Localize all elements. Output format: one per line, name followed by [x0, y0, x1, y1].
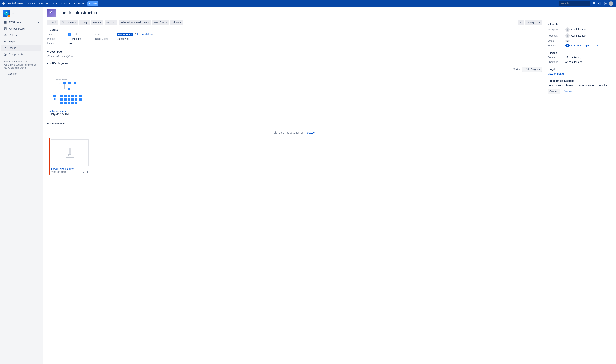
more-button[interactable]: More	[91, 20, 103, 25]
add-link-button[interactable]: Add link	[1, 71, 41, 77]
svg-point-65	[541, 124, 542, 124]
attachment-card[interactable]: network-diagram.gliffy 46 minutes ago 94…	[49, 138, 90, 175]
svg-point-45	[54, 98, 56, 100]
svg-rect-29	[528, 23, 529, 23]
svg-rect-35	[74, 82, 76, 84]
backlog-button[interactable]: Backlog	[105, 20, 117, 25]
sidebar-item-issues[interactable]: Issues	[1, 45, 41, 51]
nav-projects[interactable]: Projects	[45, 1, 59, 6]
search-input[interactable]	[561, 2, 592, 5]
help-icon[interactable]: ?	[597, 1, 602, 6]
svg-rect-58	[60, 102, 63, 104]
plus-icon	[4, 72, 6, 75]
selected-button[interactable]: Selected for Development	[119, 20, 151, 25]
sort-button[interactable]: Sort	[513, 68, 520, 71]
chevron-down-icon	[56, 2, 57, 5]
dates-toggle[interactable]: Dates	[547, 51, 612, 54]
edit-button[interactable]: Edit	[47, 20, 58, 25]
svg-point-26	[521, 23, 522, 23]
workflow-button[interactable]: Workflow	[152, 20, 168, 25]
svg-text:Network Diagram: Network Diagram	[56, 79, 67, 80]
svg-rect-12	[5, 28, 6, 29]
feedback-icon[interactable]	[591, 1, 597, 6]
svg-rect-62	[75, 102, 77, 104]
diagram-card[interactable]: Network Diagram	[47, 74, 90, 118]
admin-button[interactable]: Admin	[170, 20, 183, 25]
svg-rect-52	[60, 98, 63, 101]
project-name: test	[11, 12, 15, 15]
sidebar-item-components[interactable]: Components	[1, 51, 41, 57]
watchers-count: 1	[565, 44, 570, 47]
comment-icon	[61, 21, 64, 24]
create-button[interactable]: Create	[87, 1, 98, 6]
reporter-value: Administrator	[571, 34, 586, 37]
assignee-value: Administrator	[571, 28, 586, 31]
svg-point-18	[4, 53, 6, 56]
search-box[interactable]	[559, 1, 590, 6]
attachment-thumb	[51, 139, 89, 166]
settings-icon[interactable]	[602, 1, 608, 6]
attachments-toggle[interactable]: Attachments	[47, 122, 542, 125]
svg-point-17	[5, 54, 6, 55]
share-button[interactable]	[518, 20, 524, 25]
attachments-more-icon[interactable]	[539, 122, 542, 125]
view-workflow-link[interactable]: View Workflow	[136, 33, 152, 36]
issue-title: Update infrastructure	[58, 10, 98, 15]
agile-toggle[interactable]: Agile	[547, 68, 612, 71]
sidebar-item-board[interactable]: TEST board	[1, 19, 41, 25]
description-placeholder[interactable]: Click to add description	[47, 55, 542, 58]
svg-rect-56	[75, 98, 77, 101]
chevron-down-icon	[38, 21, 39, 24]
attachment-filename[interactable]: network-diagram.gliffy	[51, 168, 89, 170]
hipchat-connect-button[interactable]: Connect	[547, 89, 560, 94]
svg-line-27	[520, 22, 521, 22]
sidebar-item-reports[interactable]: Reports	[1, 39, 41, 45]
cloud-upload-icon	[274, 131, 277, 134]
sidebar-item-releases[interactable]: Releases	[1, 32, 41, 38]
comment-button[interactable]: Comment	[60, 20, 78, 25]
chevron-down-icon	[69, 2, 70, 5]
assign-button[interactable]: Assign	[79, 20, 90, 25]
user-avatar-icon	[565, 27, 570, 32]
status-lozenge: IN PROGRESS	[117, 33, 133, 36]
chart-icon	[4, 40, 7, 43]
created-value: 47 minutes ago	[565, 56, 582, 59]
svg-text:?: ?	[599, 3, 600, 4]
shortcuts-heading: PROJECT SHORTCUTS	[1, 58, 41, 63]
diagram-name[interactable]: network-diagram	[49, 110, 88, 113]
description-toggle[interactable]: Description	[47, 50, 542, 53]
profile-avatar[interactable]	[608, 1, 614, 6]
sidebar-item-label: Issues	[9, 46, 16, 49]
svg-rect-46	[60, 95, 63, 97]
jira-logo-icon	[2, 2, 5, 5]
chevron-down-icon	[180, 21, 181, 24]
browse-link[interactable]: browse.	[307, 131, 315, 134]
chevron-down-icon	[47, 122, 49, 125]
view-on-board-link[interactable]: View on Board	[547, 72, 564, 75]
brand[interactable]: Jira Software	[2, 2, 23, 5]
sidebar-item-label: Reports	[9, 40, 18, 43]
nav-issues[interactable]: Issues	[59, 1, 71, 6]
add-diagram-button[interactable]: + Add Diagram	[522, 67, 542, 72]
chevron-down-icon	[547, 68, 549, 71]
sidebar-item-kanban[interactable]: Kanban board	[1, 26, 41, 32]
issue-avatar	[47, 9, 56, 17]
stop-watching-link[interactable]: Stop watching this issue	[571, 44, 598, 47]
issues-icon	[4, 46, 7, 50]
details-toggle[interactable]: Details	[47, 28, 542, 31]
chevron-down-icon	[47, 50, 49, 53]
component-icon	[4, 53, 7, 56]
attachments-dropzone[interactable]: Drop files to attach, or browse.	[47, 127, 542, 177]
user-avatar-icon	[565, 33, 570, 38]
hipchat-dismiss-link[interactable]: Dismiss	[562, 89, 574, 94]
svg-line-28	[520, 23, 521, 23]
hipchat-toggle[interactable]: Hipchat discussions	[547, 79, 612, 82]
export-button[interactable]: Export	[525, 20, 542, 25]
votes-label: Votes:	[547, 39, 565, 42]
nav-boards[interactable]: Boards	[72, 1, 85, 6]
nav-dashboards[interactable]: Dashboards	[26, 1, 44, 6]
export-icon	[527, 21, 529, 24]
people-toggle[interactable]: People	[547, 23, 612, 26]
gliffy-toggle[interactable]: Gliffy Diagrams	[47, 62, 542, 65]
project-header[interactable]: test	[1, 10, 41, 19]
